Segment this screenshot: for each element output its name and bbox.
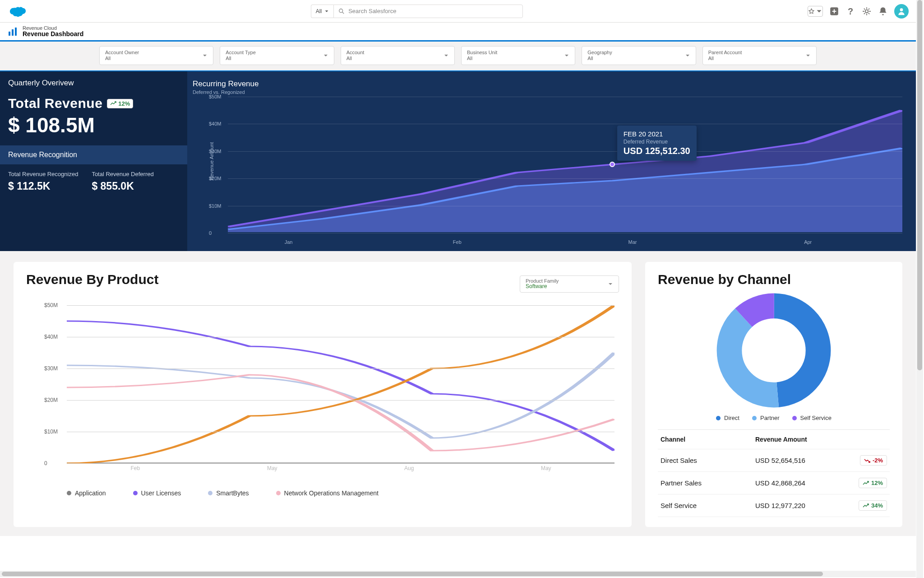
channel-row: Self ServiceUSD 12,977,22034% xyxy=(658,494,890,517)
channel-table: Channel Revenue Amount Direct SalesUSD 5… xyxy=(658,429,890,517)
filter-value: All xyxy=(346,56,365,61)
legend-label: SmartBytes xyxy=(216,489,249,497)
global-search[interactable] xyxy=(333,5,523,18)
channel-name: Partner Sales xyxy=(661,479,755,487)
vertical-scrollbar[interactable] xyxy=(916,0,923,578)
search-scope-dropdown[interactable]: All xyxy=(311,5,333,18)
channel-trend-badge: -2% xyxy=(860,455,887,466)
recurring-y-tick: 0 xyxy=(209,230,212,236)
svg-line-1 xyxy=(342,12,344,14)
legend-dot-icon xyxy=(716,416,721,420)
recurring-grid-line xyxy=(228,178,902,179)
trend-up-icon xyxy=(863,503,869,508)
channel-name: Self Service xyxy=(661,502,755,509)
chevron-down-icon xyxy=(444,53,449,58)
svg-point-5 xyxy=(900,8,903,11)
user-avatar[interactable] xyxy=(894,4,909,19)
chevron-down-icon xyxy=(805,53,811,58)
legend-item[interactable]: Direct xyxy=(716,415,739,421)
revenue-by-product-chart[interactable]: $50M$40M$30M$20M$10M0 FebMayAugMay xyxy=(26,305,619,477)
product-y-tick: $30M xyxy=(44,365,58,372)
legend-item[interactable]: Network Operations Management xyxy=(276,489,379,497)
star-icon xyxy=(808,6,815,16)
legend-item[interactable]: Self Service xyxy=(792,415,832,421)
overview-panel: Quarterly Overivew Total Revenue 12% $ 1… xyxy=(0,71,187,251)
product-y-tick: $40M xyxy=(44,334,58,340)
channel-row: Direct SalesUSD 52,654,516-2% xyxy=(658,449,890,472)
global-header: All ? xyxy=(0,0,916,23)
product-grid-line xyxy=(67,305,614,306)
trend-down-icon xyxy=(864,458,870,463)
favorites-button[interactable] xyxy=(808,6,823,17)
context-bar: Revenue Cloud Revenue Dashboard xyxy=(0,23,916,42)
channel-amount: USD 12,977,220 xyxy=(755,502,846,509)
revenue-by-channel-card: Revenue by Channel DirectPartnerSelf Ser… xyxy=(645,262,902,527)
filter-4[interactable]: GeographyAll xyxy=(582,46,696,65)
vertical-scroll-thumb[interactable] xyxy=(917,0,922,370)
chevron-down-icon xyxy=(564,53,569,58)
product-y-tick: $10M xyxy=(44,429,58,435)
bell-icon xyxy=(878,6,888,16)
chevron-down-icon xyxy=(323,53,328,58)
total-revenue-value: $ 108.5M xyxy=(8,113,179,137)
notifications-button[interactable] xyxy=(878,6,888,16)
recurring-y-tick: $40M xyxy=(209,121,222,126)
search-input[interactable] xyxy=(348,8,518,14)
channel-amount: USD 42,868,264 xyxy=(755,479,846,487)
recurring-subtitle: Deferred vs. Regonized xyxy=(193,89,902,95)
product-select-value: Software xyxy=(526,284,559,290)
channel-trend-badge: 34% xyxy=(859,500,887,511)
filter-name: Business Unit xyxy=(467,50,497,56)
recognized-label: Total Revenue Recognized xyxy=(8,171,78,177)
legend-item[interactable]: SmartBytes xyxy=(208,489,249,497)
recurring-grid-line xyxy=(228,124,902,124)
recurring-x-tick: Feb xyxy=(453,239,462,245)
filter-1[interactable]: Account TypeAll xyxy=(220,46,334,65)
help-button[interactable]: ? xyxy=(845,6,855,16)
add-button[interactable] xyxy=(829,6,839,16)
recurring-x-tick: Apr xyxy=(804,239,812,245)
legend-item[interactable]: Partner xyxy=(752,415,780,421)
filter-value: All xyxy=(587,56,612,61)
filter-0[interactable]: Account OwnerAll xyxy=(99,46,213,65)
legend-label: Network Operations Management xyxy=(284,489,379,497)
channel-donut-chart[interactable] xyxy=(715,292,832,409)
filter-2[interactable]: AccountAll xyxy=(341,46,455,65)
product-grid-line xyxy=(67,400,614,401)
product-y-tick: 0 xyxy=(44,460,47,466)
filter-name: Account xyxy=(346,50,365,56)
recurring-y-tick: $10M xyxy=(209,203,222,209)
filter-3[interactable]: Business UnitAll xyxy=(461,46,575,65)
revenue-recognition-band[interactable]: Revenue Recognition xyxy=(0,145,187,164)
recurring-y-tick: $50M xyxy=(209,94,222,99)
legend-item[interactable]: Application xyxy=(67,489,106,497)
channel-trend-value: 12% xyxy=(871,480,883,486)
product-grid-line xyxy=(67,463,614,464)
chevron-down-icon xyxy=(202,53,208,58)
product-family-select[interactable]: Product Family Software xyxy=(520,275,619,293)
recurring-revenue-chart[interactable] xyxy=(228,97,902,232)
legend-item[interactable]: User Licenses xyxy=(133,489,181,497)
filter-name: Geography xyxy=(587,50,612,56)
filter-row: Account OwnerAllAccount TypeAllAccountAl… xyxy=(0,42,916,70)
total-revenue-label: Total Revenue xyxy=(8,96,102,111)
chevron-down-icon xyxy=(608,281,613,287)
hero-section: Quarterly Overivew Total Revenue 12% $ 1… xyxy=(0,70,916,251)
horizontal-scrollbar[interactable] xyxy=(0,571,916,577)
filter-5[interactable]: Parent AccountAll xyxy=(702,46,817,65)
total-trend-value: 12% xyxy=(118,100,130,107)
recurring-title: Recurring Revenue xyxy=(193,79,902,89)
product-x-tick: May xyxy=(541,465,551,471)
setup-button[interactable] xyxy=(862,6,872,16)
search-scope-label: All xyxy=(316,8,322,14)
legend-label: Self Service xyxy=(800,415,832,421)
legend-dot-icon xyxy=(276,491,281,495)
total-trend-badge: 12% xyxy=(107,99,133,108)
horizontal-scroll-thumb[interactable] xyxy=(2,572,823,576)
trend-up-icon xyxy=(110,101,116,106)
filter-name: Account Type xyxy=(226,50,255,56)
recurring-x-tick: Jan xyxy=(285,239,293,245)
svg-point-4 xyxy=(865,9,869,13)
product-grid-line xyxy=(67,432,614,432)
deferred-value: $ 855.0K xyxy=(92,180,153,192)
